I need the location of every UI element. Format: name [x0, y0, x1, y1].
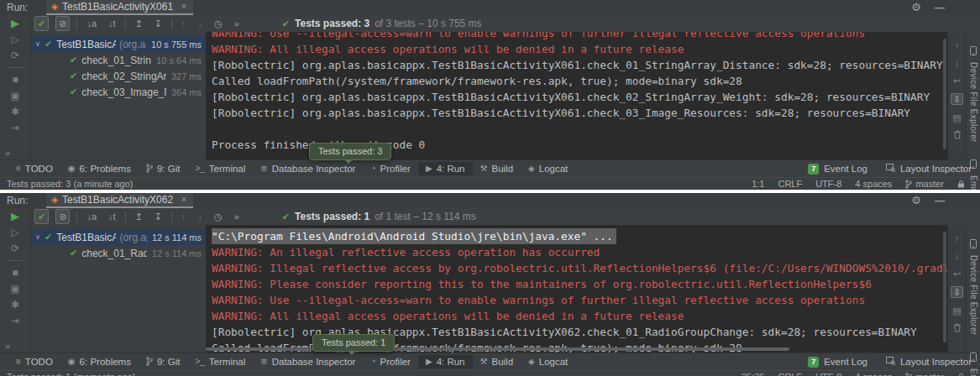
- toggle-auto-test-icon[interactable]: ⟳: [11, 243, 19, 254]
- toolwindow-terminal[interactable]: >_Terminal: [187, 355, 253, 368]
- rerun-failed-tests-icon[interactable]: ▷: [11, 227, 18, 238]
- stop-icon[interactable]: ■: [12, 267, 18, 279]
- tool-stripe-emulator[interactable]: Emulator: [969, 350, 978, 376]
- more-actions-icon[interactable]: »: [5, 148, 10, 158]
- test-history-icon[interactable]: ◷: [212, 17, 225, 30]
- layout-inspector-button[interactable]: Layout Inspector: [886, 357, 972, 368]
- lock-icon[interactable]: [957, 180, 965, 188]
- thread-dump-icon[interactable]: ▣: [10, 283, 19, 295]
- toolwindow-run[interactable]: ▶4: Run: [418, 355, 473, 368]
- toolwindow-profiler[interactable]: ◔Profiler: [363, 355, 417, 368]
- hide-panel-icon[interactable]: —: [935, 194, 945, 207]
- test-tree-row[interactable]: ✔ check_03_Image_Resources 364 ms: [31, 84, 206, 100]
- settings-gear-icon[interactable]: ⚙: [911, 1, 921, 14]
- thread-dump-icon[interactable]: ▣: [10, 90, 19, 102]
- sort-by-duration-icon[interactable]: ↓t: [106, 17, 118, 30]
- toolwindow-todo[interactable]: ≡TODO: [8, 162, 60, 175]
- test-history-icon[interactable]: ◷: [212, 210, 225, 223]
- show-ignored-icon[interactable]: ⊘: [55, 209, 70, 224]
- show-passed-icon[interactable]: ✔: [34, 209, 49, 224]
- scroll-up-icon[interactable]: ↑: [955, 40, 960, 50]
- tool-stripe-emulator[interactable]: Emulator: [969, 157, 978, 190]
- status-message[interactable]: Tests passed: 1 (moments ago): [7, 372, 135, 376]
- toolwindow-todo[interactable]: ≡TODO: [8, 355, 60, 368]
- toolwindow-build[interactable]: ⚒Build: [473, 355, 521, 368]
- scroll-down-icon[interactable]: ↓: [955, 251, 960, 261]
- sort-alphabetically-icon[interactable]: ↓a: [84, 210, 99, 223]
- print-icon[interactable]: ▤: [952, 306, 961, 316]
- previous-test-icon[interactable]: ↑: [179, 17, 189, 30]
- sort-by-duration-icon[interactable]: ↓t: [106, 210, 118, 223]
- encoding-indicator[interactable]: UTF-8: [815, 179, 841, 189]
- test-tree-root-row[interactable]: ∨ ✔ TestB1BasicActivityX062 (org.aplas.t…: [31, 229, 206, 245]
- attach-process-icon[interactable]: ⇥: [11, 122, 19, 133]
- encoding-indicator[interactable]: UTF-8: [815, 372, 841, 376]
- indent-indicator[interactable]: 4 spaces: [855, 179, 892, 189]
- close-tab-icon[interactable]: ✕: [181, 3, 187, 11]
- event-log-button[interactable]: 7 Event Log: [808, 164, 867, 175]
- clear-all-icon[interactable]: [953, 130, 962, 141]
- scroll-up-icon[interactable]: ↑: [955, 233, 960, 243]
- toolwindow-problems[interactable]: ◉6: Problems: [60, 355, 139, 368]
- more-toolbar-icon[interactable]: »: [232, 17, 242, 30]
- run-console[interactable]: WARNING: Use --illegal-access=warn to en…: [206, 32, 947, 159]
- next-test-icon[interactable]: ↓: [196, 17, 206, 30]
- chevron-down-icon[interactable]: ∨: [31, 233, 45, 241]
- lock-icon[interactable]: [957, 373, 965, 376]
- git-branch-indicator[interactable]: master: [905, 372, 944, 376]
- soft-wrap-icon[interactable]: ↩: [953, 269, 961, 279]
- tool-stripe-device-file-explorer[interactable]: Device File Explorer: [969, 237, 978, 335]
- test-tree-row[interactable]: ✔ check_02_StringArray_Weight 327 ms: [31, 68, 206, 84]
- restore-layout-icon[interactable]: ✱: [11, 299, 19, 311]
- show-passed-icon[interactable]: ✔: [34, 16, 49, 31]
- hide-panel-icon[interactable]: —: [935, 1, 945, 14]
- test-tree-root-row[interactable]: ∨ ✔ TestB1BasicActivityX061 (org.aplas.t…: [31, 36, 206, 52]
- console-vertical-scrollbar[interactable]: [943, 39, 946, 149]
- expand-all-icon[interactable]: ↥: [133, 17, 145, 30]
- sort-alphabetically-icon[interactable]: ↓a: [84, 17, 99, 30]
- scroll-to-end-icon[interactable]: ⇩: [951, 93, 963, 105]
- toolwindow-logcat[interactable]: ◈Logcat: [521, 162, 575, 175]
- event-log-button[interactable]: 7 Event Log: [808, 357, 867, 368]
- layout-inspector-button[interactable]: Layout Inspector: [886, 164, 972, 175]
- console-vertical-scrollbar[interactable]: [943, 232, 946, 342]
- toolwindow-run[interactable]: ▶4: Run: [418, 162, 473, 175]
- collapse-all-icon[interactable]: ↧: [152, 17, 165, 30]
- close-tab-icon[interactable]: ✕: [181, 196, 187, 204]
- toolwindow-profiler[interactable]: ◔Profiler: [363, 162, 417, 175]
- collapse-all-icon[interactable]: ↧: [152, 210, 165, 223]
- more-actions-icon[interactable]: »: [5, 341, 10, 351]
- print-icon[interactable]: ▤: [952, 112, 961, 123]
- toolwindow-git[interactable]: 9: Git: [139, 355, 187, 369]
- line-ending-indicator[interactable]: CRLF: [778, 372, 802, 376]
- clear-all-icon[interactable]: [953, 323, 962, 334]
- console-horizontal-scrollbar[interactable]: [206, 347, 789, 351]
- attach-process-icon[interactable]: ⇥: [11, 315, 19, 326]
- line-ending-indicator[interactable]: CRLF: [778, 179, 802, 189]
- tool-stripe-device-file-explorer[interactable]: Device File Explorer: [969, 44, 978, 142]
- test-tree-row[interactable]: ✔ check_01_StringArray_Distance 10 s 64 …: [31, 52, 206, 68]
- rerun-failed-tests-icon[interactable]: ▷: [11, 34, 18, 45]
- toggle-auto-test-icon[interactable]: ⟳: [11, 50, 19, 61]
- status-message[interactable]: Tests passed: 3 (a minute ago): [7, 179, 133, 189]
- indent-indicator[interactable]: 4 spaces: [855, 372, 892, 376]
- more-toolbar-icon[interactable]: »: [232, 210, 242, 223]
- rerun-tests-icon[interactable]: ▶: [11, 211, 19, 222]
- scroll-down-icon[interactable]: ↓: [955, 58, 960, 68]
- run-tab[interactable]: ◈ TestB1BasicActivityX062 ✕: [46, 193, 192, 208]
- toolwindow-git[interactable]: 9: Git: [139, 162, 187, 176]
- settings-gear-icon[interactable]: ⚙: [911, 194, 921, 207]
- chevron-down-icon[interactable]: ∨: [31, 40, 45, 48]
- next-test-icon[interactable]: ↓: [196, 210, 206, 223]
- soft-wrap-icon[interactable]: ↩: [953, 76, 961, 86]
- restore-layout-icon[interactable]: ✱: [11, 106, 19, 118]
- git-branch-indicator[interactable]: master: [905, 179, 944, 189]
- rerun-tests-icon[interactable]: ▶: [11, 18, 19, 29]
- stop-icon[interactable]: ■: [12, 74, 18, 86]
- caret-position[interactable]: 25:36: [742, 372, 765, 376]
- expand-all-icon[interactable]: ↥: [133, 210, 145, 223]
- scroll-to-end-icon[interactable]: ⇩: [951, 286, 963, 298]
- toolwindow-terminal[interactable]: >_Terminal: [187, 162, 253, 175]
- toolwindow-logcat[interactable]: ◈Logcat: [521, 355, 575, 368]
- toolwindow-build[interactable]: ⚒Build: [473, 162, 521, 175]
